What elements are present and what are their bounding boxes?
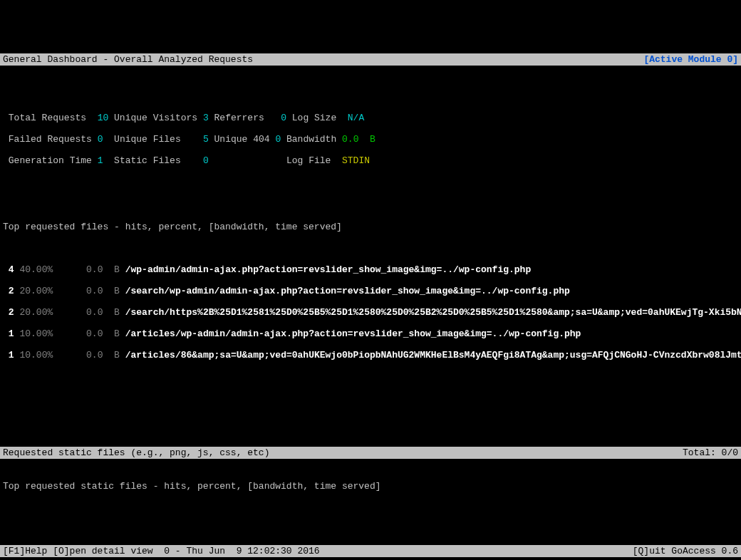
log-file-value: STDIN — [342, 155, 370, 166]
row-pct: 20.00% — [19, 286, 53, 296]
row-hits: 1 — [9, 328, 14, 339]
unique-visitors-value: 3 — [203, 113, 209, 123]
row-pct: 20.00% — [19, 307, 53, 318]
row-path: /articles/86&amp;sa=U&amp;ved=0ahUKEwjo0… — [125, 350, 741, 361]
row-bw: 0.0 — [86, 286, 103, 296]
log-size-label: Log Size — [292, 113, 336, 123]
row-unit: B — [114, 307, 120, 318]
referrers-label: Referrers — [214, 113, 264, 123]
row-unit: B — [114, 264, 120, 275]
row-path: /search/wp-admin/admin-ajax.php?action=r… — [125, 286, 570, 296]
bandwidth-label: Bandwidth — [286, 134, 336, 145]
static-files-total: Total: 0/0 — [683, 447, 738, 458]
log-file-label: Log File — [286, 155, 331, 166]
row-unit: B — [114, 328, 120, 339]
row-bw: 0.0 — [86, 328, 103, 339]
row-path: /search/https%2B%25D1%2581%25D0%25B5%25D… — [125, 307, 741, 318]
unique-files-label: Unique Files — [114, 134, 181, 145]
failed-requests-value: 0 — [98, 134, 103, 145]
dashboard-title: General Dashboard - Overall Analyzed Req… — [3, 54, 253, 65]
unique-404-value: 0 — [275, 134, 281, 145]
total-requests-label: Total Requests — [9, 113, 86, 123]
footer-bar: [F1]Help [O]pen detail view 0 - Thu Jun … — [0, 545, 741, 557]
row-path: /wp-admin/admin-ajax.php?action=revslide… — [125, 264, 532, 275]
referrers-value: 0 — [281, 113, 286, 123]
row-pct: 10.00% — [19, 350, 53, 361]
overall-stats: Total Requests 10 Unique Visitors 3 Refe… — [0, 98, 741, 178]
row-pct: 40.00% — [19, 264, 53, 275]
static-files-subheader: Top requested static files - hits, perce… — [3, 481, 738, 492]
row-hits: 2 — [9, 286, 14, 296]
active-module-indicator: [Active Module 0] — [643, 54, 738, 65]
unique-visitors-label: Unique Visitors — [114, 113, 197, 123]
footer-right[interactable]: [Q]uit GoAccess 0.6 — [633, 546, 738, 556]
generation-time-label: Generation Time — [9, 155, 92, 166]
unique-404-label: Unique 404 — [214, 134, 270, 145]
requested-files-panel[interactable]: Top requested files - hits, percent, [ba… — [0, 210, 741, 415]
row-hits: 2 — [9, 307, 14, 318]
row-pct: 10.00% — [19, 328, 53, 339]
requested-files-subheader: Top requested files - hits, percent, [ba… — [3, 222, 738, 232]
static-files-label: Static Files — [114, 155, 181, 166]
row-hits: 1 — [9, 350, 14, 361]
row-unit: B — [114, 286, 120, 296]
failed-requests-label: Failed Requests — [9, 134, 92, 145]
row-bw: 0.0 — [86, 350, 103, 361]
static-files-value: 0 — [203, 155, 209, 166]
row-path: /articles/wp-admin/admin-ajax.php?action… — [125, 328, 581, 339]
row-hits: 4 — [9, 264, 14, 275]
row-bw: 0.0 — [86, 264, 103, 275]
unique-files-value: 5 — [203, 134, 209, 145]
footer-left[interactable]: [F1]Help [O]pen detail view 0 - Thu Jun … — [3, 546, 320, 556]
row-bw: 0.0 — [86, 307, 103, 318]
bandwidth-value: 0.0 — [342, 134, 358, 145]
bandwidth-unit: B — [370, 134, 375, 145]
generation-time-value: 1 — [98, 155, 103, 166]
static-files-header[interactable]: Requested static files (e.g., png, js, c… — [0, 447, 741, 459]
row-unit: B — [114, 350, 120, 361]
total-requests-value: 10 — [98, 113, 109, 123]
log-size-value: N/A — [348, 113, 364, 123]
static-files-title: Requested static files (e.g., png, js, c… — [3, 447, 269, 458]
header-bar: General Dashboard - Overall Analyzed Req… — [0, 53, 741, 66]
